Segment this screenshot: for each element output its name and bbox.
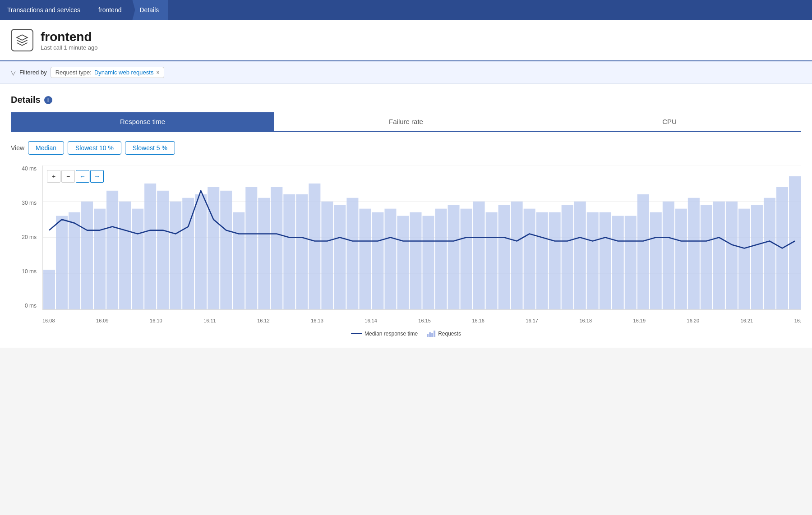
info-icon[interactable]: i xyxy=(44,96,52,104)
svg-rect-10 xyxy=(106,191,118,309)
y-label-0: 0 ms xyxy=(11,303,40,309)
x-label-1609: 16:09 xyxy=(96,318,109,323)
x-axis: 16:08 16:09 16:10 16:11 16:12 16:13 16:1… xyxy=(42,318,801,323)
x-label-1610: 16:10 xyxy=(150,318,162,323)
svg-rect-48 xyxy=(587,212,599,309)
svg-rect-21 xyxy=(245,187,257,309)
legend-bar-indicator xyxy=(427,331,435,337)
pan-right-button[interactable]: → xyxy=(90,170,104,183)
legend-line-indicator xyxy=(351,333,362,334)
chart-container: 0 ms 10 ms 20 ms 30 ms 40 ms + − ← → xyxy=(11,166,801,337)
details-header: Details i xyxy=(11,95,801,105)
svg-rect-51 xyxy=(625,216,637,309)
breadcrumb-frontend[interactable]: frontend xyxy=(89,0,130,20)
legend-line-item: Median response time xyxy=(351,331,418,337)
x-label-1620: 16:20 xyxy=(687,318,700,323)
legend-bar-label: Requests xyxy=(438,331,461,337)
svg-rect-37 xyxy=(448,205,460,309)
svg-rect-6 xyxy=(56,216,68,309)
svg-rect-14 xyxy=(157,191,169,309)
y-label-20: 20 ms xyxy=(11,234,40,240)
svg-rect-35 xyxy=(423,216,434,309)
svg-rect-28 xyxy=(334,205,346,309)
zoom-controls: + − ← → xyxy=(47,170,104,183)
svg-rect-50 xyxy=(612,216,624,309)
svg-rect-40 xyxy=(486,212,498,309)
svg-rect-32 xyxy=(384,209,396,309)
svg-rect-31 xyxy=(372,212,383,309)
last-call: Last call 1 minute ago xyxy=(41,44,97,51)
svg-rect-18 xyxy=(208,187,219,309)
svg-rect-34 xyxy=(410,212,421,309)
svg-rect-9 xyxy=(94,209,106,309)
svg-rect-8 xyxy=(81,202,93,309)
chart-legend: Median response time Requests xyxy=(351,331,461,337)
svg-rect-23 xyxy=(271,187,282,309)
svg-rect-30 xyxy=(359,209,371,309)
svg-rect-62 xyxy=(764,198,775,309)
view-median-button[interactable]: Median xyxy=(28,141,64,155)
view-slowest10-button[interactable]: Slowest 10 % xyxy=(68,141,121,155)
x-label-1613: 16:13 xyxy=(311,318,323,323)
filter-tag-value: Dynamic web requests xyxy=(94,69,154,76)
zoom-in-button[interactable]: + xyxy=(47,170,60,183)
breadcrumb-details[interactable]: Details xyxy=(130,0,168,20)
chart-svg-area xyxy=(42,166,801,310)
y-axis: 0 ms 10 ms 20 ms 30 ms 40 ms xyxy=(11,166,40,310)
x-label-1616: 16:16 xyxy=(472,318,484,323)
x-label-1615: 16:15 xyxy=(418,318,431,323)
breadcrumb-nav: Transactions and services frontend Detai… xyxy=(0,0,812,20)
main-content: Details i Response time Failure rate CPU… xyxy=(0,84,812,348)
service-title: frontend Last call 1 minute ago xyxy=(41,30,97,51)
x-label-1619: 16:19 xyxy=(633,318,646,323)
pan-left-button[interactable]: ← xyxy=(76,170,89,183)
svg-rect-11 xyxy=(119,202,131,309)
svg-rect-15 xyxy=(170,202,181,309)
filter-close-button[interactable]: × xyxy=(156,69,159,76)
details-title: Details xyxy=(11,95,41,105)
svg-rect-42 xyxy=(511,202,523,309)
tab-response-time[interactable]: Response time xyxy=(11,112,274,132)
svg-rect-43 xyxy=(524,209,535,309)
svg-rect-5 xyxy=(43,270,55,309)
filter-tag-key: Request type: xyxy=(55,69,92,76)
x-label-1618: 16:18 xyxy=(579,318,592,323)
svg-rect-27 xyxy=(321,202,333,309)
svg-rect-22 xyxy=(258,198,270,309)
view-label: View xyxy=(11,144,24,152)
svg-rect-46 xyxy=(562,205,573,309)
page-header: frontend Last call 1 minute ago xyxy=(0,20,812,61)
svg-rect-17 xyxy=(195,194,207,309)
svg-rect-36 xyxy=(435,209,447,309)
svg-rect-33 xyxy=(397,216,409,309)
svg-rect-60 xyxy=(738,209,750,309)
filter-tag[interactable]: Request type: Dynamic web requests × xyxy=(51,67,165,78)
svg-rect-56 xyxy=(688,198,700,309)
svg-rect-20 xyxy=(233,212,245,309)
svg-rect-19 xyxy=(220,191,232,309)
svg-rect-49 xyxy=(600,212,611,309)
view-slowest5-button[interactable]: Slowest 5 % xyxy=(125,141,175,155)
service-name: frontend xyxy=(41,30,97,44)
svg-rect-38 xyxy=(461,209,472,309)
y-label-40: 40 ms xyxy=(11,166,40,172)
svg-rect-29 xyxy=(346,198,358,309)
svg-rect-13 xyxy=(144,184,156,309)
view-selector: View Median Slowest 10 % Slowest 5 % xyxy=(11,141,801,155)
legend-line-label: Median response time xyxy=(364,331,418,337)
zoom-out-button[interactable]: − xyxy=(61,170,75,183)
svg-rect-41 xyxy=(498,205,510,309)
x-label-1617: 16:17 xyxy=(526,318,538,323)
filter-icon: ▽ xyxy=(11,69,16,76)
svg-rect-25 xyxy=(296,194,308,309)
x-label-1608: 16:08 xyxy=(42,318,55,323)
breadcrumb-transactions[interactable]: Transactions and services xyxy=(0,0,89,20)
svg-rect-26 xyxy=(309,184,320,309)
tab-cpu[interactable]: CPU xyxy=(538,112,801,132)
svg-rect-59 xyxy=(726,202,738,309)
svg-rect-47 xyxy=(574,202,586,309)
svg-rect-55 xyxy=(675,209,687,309)
svg-rect-52 xyxy=(637,194,649,309)
tab-failure-rate[interactable]: Failure rate xyxy=(274,112,538,132)
svg-rect-57 xyxy=(701,205,712,309)
